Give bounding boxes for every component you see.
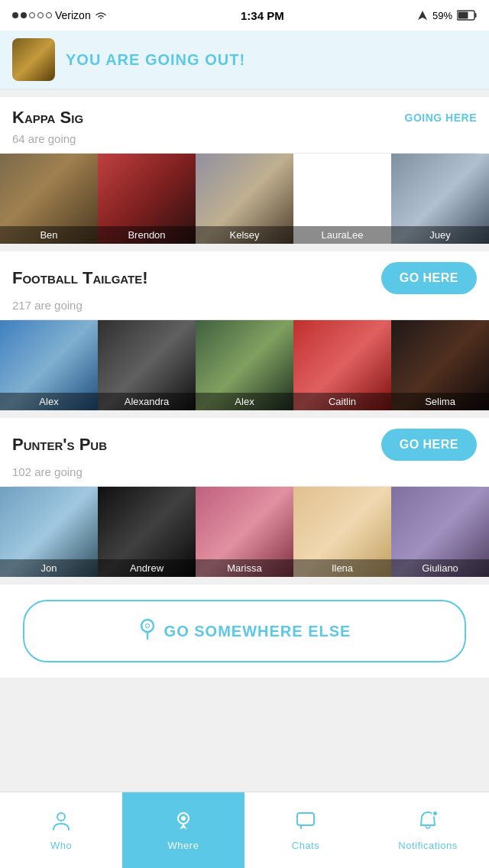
location-pin-icon (138, 618, 157, 644)
section-going-count: 102 are going (0, 465, 489, 486)
photo-item[interactable]: Giuliano (391, 487, 489, 577)
header-banner: YOU ARE GOING OUT! (0, 31, 489, 89)
signal-dot-2 (21, 12, 27, 18)
photo-item[interactable]: Jon (0, 487, 98, 577)
photo-name: Marissa (196, 559, 293, 577)
photo-name: Andrew (98, 559, 196, 577)
svg-point-6 (146, 624, 149, 627)
carrier-label: Verizon (55, 9, 91, 21)
svg-marker-0 (418, 11, 427, 20)
photo-item[interactable]: Ilena (293, 487, 391, 577)
photo-name: Alex (196, 393, 293, 410)
tab-notifications[interactable]: Notifications (367, 792, 489, 868)
battery-label: 59% (432, 10, 452, 21)
signal-dot-1 (12, 12, 18, 18)
tab-who-label: Who (50, 840, 72, 851)
status-left: Verizon (12, 9, 108, 21)
photo-item[interactable]: Kelsey (196, 154, 293, 244)
tab-notifications-label: Notifications (398, 840, 457, 851)
photo-name: Kelsey (196, 226, 293, 244)
photo-name: Giuliano (391, 559, 489, 577)
photo-item[interactable]: Alex (0, 320, 98, 410)
photo-grid: Alex Alexandra Alex Caitlin Selima (0, 320, 489, 410)
svg-rect-10 (297, 813, 314, 825)
signal-dot-4 (37, 12, 44, 18)
section-kappa-sig: Kappa Sig GOING HERE 64 are going Ben Br… (0, 97, 489, 244)
svg-rect-3 (458, 12, 468, 19)
photo-item[interactable]: Marissa (196, 487, 293, 577)
photo-name: Caitlin (293, 393, 391, 410)
signal-dot-3 (29, 12, 35, 18)
photo-name: Juey (391, 226, 489, 244)
photo-name: Selima (391, 393, 489, 410)
person-icon (50, 810, 72, 837)
photo-name: LauraLee (293, 226, 391, 244)
photo-name: Alexandra (98, 393, 196, 410)
photo-grid: Ben Brendon Kelsey LauraLee Juey (0, 154, 489, 244)
battery-icon (457, 10, 477, 21)
section-header: Kappa Sig GOING HERE (0, 108, 489, 132)
photo-name: Jon (0, 559, 98, 577)
location-status-icon (417, 10, 428, 21)
status-bar: Verizon 1:34 PM 59% (0, 0, 489, 31)
section-title: Kappa Sig (12, 108, 83, 128)
section-football-tailgate: Football Tailgate! GO HERE 217 are going… (0, 251, 489, 410)
header-title: YOU ARE GOING OUT! (66, 51, 245, 69)
section-header: Football Tailgate! GO HERE (0, 262, 489, 299)
photo-item[interactable]: Andrew (98, 487, 196, 577)
photo-name: Brendon (98, 226, 196, 244)
tab-chats-label: Chats (292, 840, 319, 851)
svg-point-7 (57, 813, 65, 821)
go-here-button[interactable]: GO HERE (381, 429, 477, 461)
notification-dot (432, 810, 439, 817)
tab-where[interactable]: Where (122, 792, 244, 868)
photo-item[interactable]: Alex (196, 320, 293, 410)
section-going-count: 217 are going (0, 299, 489, 319)
go-elsewhere-label: GO SOMEWHERE ELSE (164, 623, 351, 640)
tab-who[interactable]: Who (0, 792, 122, 868)
tab-where-label: Where (168, 840, 199, 851)
chat-bubble-icon (295, 810, 316, 837)
svg-point-9 (181, 816, 186, 821)
photo-name: Alex (0, 393, 98, 410)
section-title: Punter's Pub (12, 435, 107, 455)
photo-name: Ben (0, 226, 98, 244)
bell-icon (417, 810, 439, 837)
tab-chats[interactable]: Chats (244, 792, 367, 868)
section-going-count: 64 are going (0, 132, 489, 153)
photo-name: Ilena (293, 559, 391, 577)
section-header: Punter's Pub GO HERE (0, 429, 489, 465)
photo-item[interactable]: Alexandra (98, 320, 196, 410)
tab-bar: Who Where Chats Not (0, 792, 489, 868)
photo-item[interactable]: Brendon (98, 154, 196, 244)
status-right: 59% (417, 10, 477, 21)
go-here-button[interactable]: GO HERE (381, 262, 477, 294)
section-punters-pub: Punter's Pub GO HERE 102 are going Jon A… (0, 418, 489, 577)
photo-grid: Jon Andrew Marissa Ilena Giuliano (0, 487, 489, 577)
photo-item[interactable]: Caitlin (293, 320, 391, 410)
section-title: Football Tailgate! (12, 268, 148, 288)
photo-item[interactable]: Ben (0, 154, 98, 244)
go-elsewhere-section: GO SOMEWHERE ELSE (0, 585, 489, 678)
go-elsewhere-button[interactable]: GO SOMEWHERE ELSE (23, 600, 466, 662)
header-avatar (12, 38, 55, 81)
photo-item[interactable]: Juey (391, 154, 489, 244)
wifi-icon (94, 10, 108, 21)
map-pin-icon (173, 810, 194, 837)
status-time: 1:34 PM (241, 9, 284, 22)
going-here-button[interactable]: GOING HERE (405, 112, 477, 124)
photo-item[interactable]: LauraLee (293, 154, 391, 244)
svg-rect-2 (475, 13, 477, 18)
signal-dot-5 (46, 12, 52, 18)
photo-item[interactable]: Selima (391, 320, 489, 410)
